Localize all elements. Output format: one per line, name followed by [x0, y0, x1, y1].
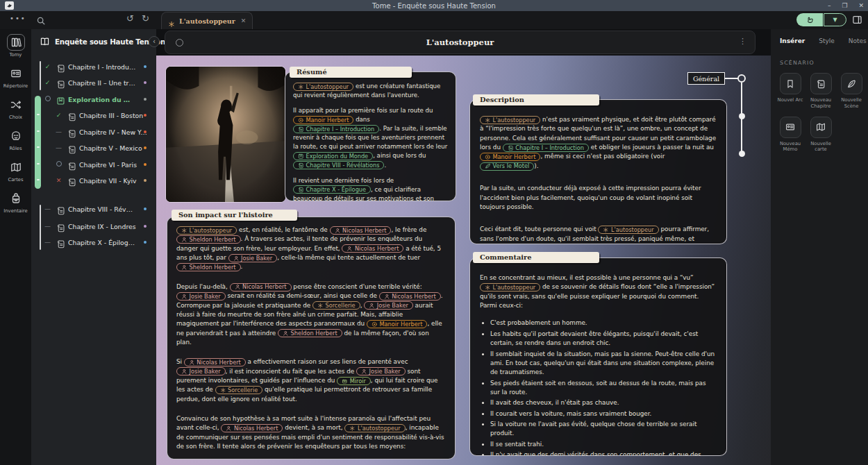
asterisk-icon	[349, 425, 356, 432]
maximize-button[interactable]: ❐	[842, 2, 847, 9]
tree-row-chapter[interactable]: —Chapitre VIII - Révélations	[31, 201, 156, 217]
color-dot	[144, 65, 147, 69]
memo-icon	[780, 117, 801, 138]
tree-row-chapter[interactable]: ✓Chapitre I - Introduction	[31, 59, 156, 74]
creature-pill[interactable]: L'autostoppeur	[293, 83, 353, 91]
timeline-node-dot[interactable]	[739, 113, 745, 119]
character-pill[interactable]: Josie Baker	[176, 367, 226, 375]
play-session-button[interactable]: ▼	[796, 13, 846, 26]
redo-icon[interactable]: ↻	[142, 13, 149, 24]
character-pill[interactable]: Josie Baker	[176, 292, 226, 301]
tab-close-icon[interactable]: ✕	[241, 17, 247, 24]
tree-row-chapter[interactable]: ✓Chapitre II – Une triste aff...	[31, 75, 156, 90]
character-pill[interactable]: Nicolas Herbert	[330, 226, 392, 235]
close-button[interactable]: ✕	[858, 2, 864, 9]
insert-button[interactable]: Nouvelle Scène	[836, 73, 867, 110]
rail-item-tomy[interactable]: Tomy	[7, 34, 25, 58]
character-pill[interactable]: Nicolas Herbert	[221, 424, 283, 432]
character-pill[interactable]: Nicolas Herbert	[184, 358, 246, 366]
tree-row-chapter[interactable]: —Chapitre IV - New York	[31, 124, 156, 140]
tree-row-chapter[interactable]: —Chapitre X - Épilogue	[31, 235, 156, 250]
character-pill[interactable]: Sheldon Herbert	[176, 263, 241, 271]
character-pill[interactable]: Sheldon Herbert	[176, 235, 241, 244]
person-icon	[226, 425, 232, 432]
panel-tab-style[interactable]: Style	[819, 37, 835, 44]
character-pill[interactable]: Josie Baker	[364, 301, 413, 310]
hand-icon[interactable]	[796, 13, 823, 26]
timeline-connector	[725, 78, 739, 79]
collapse-tree-button[interactable]: ‹	[149, 36, 160, 47]
character-pill[interactable]: Josie Baker	[228, 254, 278, 262]
section-label-resume: Résumé	[290, 67, 412, 78]
character-pill[interactable]: Sheldon Herbert	[278, 329, 342, 337]
insert-button[interactable]: Nouvelle carte	[806, 117, 836, 153]
panel-tab-notes[interactable]: Notes	[849, 37, 867, 44]
tree-item-label: Chapitre II – Une triste aff...	[68, 79, 136, 87]
toggle-right-panel-button[interactable]	[852, 15, 862, 25]
chapter-pill[interactable]: Chapitre I – Introduction	[293, 125, 379, 133]
tree-row-chapter[interactable]: ✓Chapitre III - Boston	[31, 108, 156, 123]
creature-pill[interactable]: L'autostoppeur	[480, 283, 540, 291]
paragraph: Ceci étant dit, toute personne qui voit …	[480, 225, 717, 244]
location-pill[interactable]: Manoir Herbert	[367, 320, 427, 328]
creature-pill[interactable]: L'autostoppeur	[598, 226, 658, 234]
character-pill[interactable]: Nicolas Herbert	[379, 292, 441, 301]
creature-pill[interactable]: Sorcellerie	[312, 301, 360, 310]
app-icon	[5, 1, 14, 10]
insert-button[interactable]: Nouveau Mémo	[775, 117, 806, 153]
creature-pill[interactable]: L'autostoppeur	[480, 116, 540, 124]
character-pill[interactable]: Nicolas Herbert	[342, 244, 403, 253]
minimize-button[interactable]: –	[828, 2, 831, 9]
insert-button[interactable]: Nouvel Arc	[775, 73, 806, 110]
general-marker[interactable]: Général	[687, 72, 725, 85]
hitchhiker-photo	[165, 66, 286, 203]
rail-item-cartes[interactable]: Cartes	[7, 159, 25, 183]
creature-pill[interactable]: L'autostoppeur	[344, 424, 405, 432]
rail-item-repertoire[interactable]: Répertoire	[3, 65, 28, 89]
tree-item-label: Chapitre VIII - Révélations	[68, 205, 136, 213]
person-icon	[181, 264, 187, 271]
kebab-menu-icon[interactable]: ⋮	[739, 37, 746, 46]
panel-tab-insérer[interactable]: Insérer	[780, 37, 805, 44]
chapter-pill[interactable]: Chapitre VIII - Révélations	[293, 161, 384, 169]
creature-pill[interactable]: L'autostoppeur	[176, 226, 237, 235]
tree-item-label: Chapitre V - Mexico	[79, 144, 142, 152]
undo-icon[interactable]: ↺	[126, 13, 134, 24]
paragraph: L'autostoppeur est une créature fantasti…	[293, 82, 448, 100]
person-icon	[233, 255, 240, 262]
creature-pill[interactable]: Sorcellerie	[215, 386, 263, 394]
object-pill[interactable]: Miroir	[337, 377, 371, 385]
insert-button[interactable]: Nouveau Chapitre	[806, 73, 836, 110]
idcard-icon	[7, 65, 25, 82]
tree-row-chapter[interactable]: Chapitre VI - Paris	[31, 157, 156, 172]
tab-title: L'autostoppeur	[179, 17, 235, 25]
timeline-node-dot[interactable]	[739, 151, 745, 157]
tree-row-chapter[interactable]: —Chapitre V - Mexico	[31, 140, 156, 155]
character-pill[interactable]: Nicolas Herbert	[230, 283, 292, 291]
insert-button-label: Nouveau Mémo	[775, 141, 806, 153]
scene-pill[interactable]: Vers le Motel	[480, 162, 534, 171]
chevron-down-icon[interactable]: ▼	[824, 13, 846, 26]
pin-icon	[485, 154, 491, 160]
scenario-group-label: SCÉNARIO	[771, 44, 868, 66]
tree-row-arc[interactable]: Exploration du Monde	[31, 92, 156, 107]
rail-item-inventaire[interactable]: Inventaire	[3, 190, 27, 214]
overflow-menu-button[interactable]: •••	[10, 15, 26, 22]
bullet-item: Il n'y avait que des demi vérités dans s…	[490, 450, 717, 456]
character-pill[interactable]: Josie Baker	[356, 367, 406, 375]
tree-item-label: Chapitre VII - Kyiv	[79, 177, 137, 185]
tree-item-label: Chapitre IV - New York	[79, 128, 147, 136]
arc-pill[interactable]: Exploration du Monde	[293, 152, 373, 160]
rail-item-choix[interactable]: Choix	[7, 96, 25, 120]
timeline-node-ring[interactable]	[737, 74, 746, 83]
tree-item-label: Chapitre X - Épilogue	[68, 239, 136, 246]
chapter-pill[interactable]: Chapitre X - Épilogue	[293, 185, 371, 194]
rail-item-roles[interactable]: Rôles	[7, 128, 25, 151]
tree-row-chapter[interactable]: ✕Chapitre VII - Kyiv	[31, 173, 156, 188]
location-pill[interactable]: Manoir Herbert	[293, 116, 353, 124]
search-icon[interactable]	[36, 15, 46, 25]
location-pill[interactable]: Manoir Herbert	[480, 153, 540, 161]
tab-autostoppeur[interactable]: L'autostoppeur ✕	[161, 12, 253, 29]
tree-row-chapter[interactable]: —Chapitre IX - Londres	[31, 219, 156, 234]
chapter-pill[interactable]: Chapitre I – Introduction	[503, 144, 589, 152]
